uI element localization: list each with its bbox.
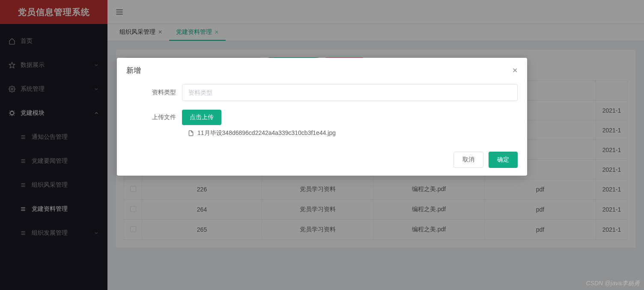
cancel-button[interactable]: 取消: [453, 152, 483, 168]
upload-button[interactable]: 点击上传: [182, 110, 221, 125]
file-name: 11月毕设348d6896cd2242a4a339c310cb3f1e44.jp…: [197, 129, 336, 137]
dialog-title: 新增: [126, 66, 141, 75]
modal-overlay[interactable]: 新增 ✕ 资料类型 上传文件 点击上传 11月毕设348d6896cd2242a…: [0, 0, 644, 290]
close-icon[interactable]: ✕: [512, 66, 518, 75]
confirm-button[interactable]: 确定: [489, 152, 518, 168]
dialog-add: 新增 ✕ 资料类型 上传文件 点击上传 11月毕设348d6896cd2242a…: [117, 58, 527, 176]
uploaded-file-item[interactable]: 11月毕设348d6896cd2242a4a339c310cb3f1e44.jp…: [188, 129, 518, 137]
dialog-footer: 取消 确定: [117, 146, 527, 176]
upload-label: 上传文件: [126, 114, 182, 121]
form-row-upload: 上传文件 点击上传: [126, 110, 518, 125]
form-row-type: 资料类型: [126, 84, 518, 101]
type-input[interactable]: [182, 84, 518, 101]
dialog-body: 资料类型 上传文件 点击上传 11月毕设348d6896cd2242a4a339…: [117, 80, 527, 146]
type-label: 资料类型: [126, 89, 182, 96]
document-icon: [188, 130, 194, 136]
dialog-header: 新增 ✕: [117, 58, 527, 80]
watermark: CSDN @java李杨勇: [586, 280, 640, 287]
